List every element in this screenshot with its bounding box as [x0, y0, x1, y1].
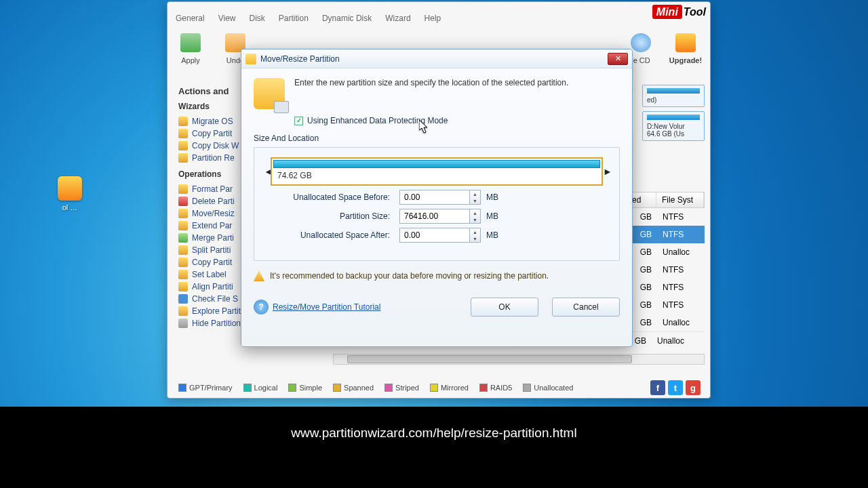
op-icon: [178, 221, 188, 230]
delete-icon: [178, 197, 188, 206]
desktop-shortcut-label: ol …: [53, 203, 87, 211]
caption-bar: www.partitionwizard.com/help/resize-part…: [0, 407, 868, 488]
partition-size-label: Partition Size:: [264, 211, 399, 221]
legend-item: Simple: [288, 384, 322, 392]
op-icon: [178, 245, 188, 255]
disk-card[interactable]: ed): [642, 85, 705, 107]
size-location-label: Size And Location: [254, 134, 620, 143]
legend-item: Spanned: [333, 384, 374, 392]
close-button[interactable]: ✕: [608, 53, 628, 65]
legend: GPT/PrimaryLogicalSimpleSpannedStripedMi…: [178, 380, 701, 395]
menu-partition[interactable]: Partition: [273, 12, 314, 26]
enhanced-mode-checkbox[interactable]: ✓ Using Enhanced Data Protecting Mode: [294, 116, 620, 125]
partition-size-input[interactable]: [399, 209, 470, 224]
menu-wizard[interactable]: Wizard: [380, 12, 416, 26]
partition-bar[interactable]: 74.62 GB: [271, 157, 603, 186]
size-location-group: ◄ 74.62 GB ► Unallocated Space Before: ▲…: [254, 147, 620, 261]
brand-logo: MiniTool: [652, 6, 706, 18]
wizard-icon: [178, 141, 188, 150]
app-icon: [58, 176, 82, 201]
op-icon: [178, 209, 188, 218]
partition-large-icon: [254, 78, 285, 109]
desktop-shortcut[interactable]: ol …: [53, 176, 87, 211]
spinner-buttons[interactable]: ▲▼: [470, 209, 481, 224]
partition-bar-label: 74.62 GB: [273, 168, 600, 183]
dialog-titlebar[interactable]: Move/Resize Partition ✕: [241, 49, 632, 68]
hide-icon: [178, 319, 188, 328]
horizontal-scrollbar[interactable]: [333, 354, 705, 365]
dialog-intro-text: Enter the new partition size and specify…: [294, 78, 568, 87]
legend-item: GPT/Primary: [178, 384, 233, 392]
scrollbar-thumb[interactable]: [347, 355, 632, 363]
legend-item: Striped: [384, 384, 419, 392]
check-icon: [180, 33, 201, 52]
space-after-label: Unallocated Space After:: [264, 230, 399, 240]
move-resize-dialog: Move/Resize Partition ✕ Enter the new pa…: [241, 49, 633, 347]
col-filesystem[interactable]: File Syst: [656, 192, 704, 207]
ok-button[interactable]: OK: [471, 298, 538, 317]
legend-item: RAID5: [479, 384, 512, 392]
wizard-icon: [178, 117, 188, 126]
partition-icon: [245, 54, 256, 64]
op-icon: [178, 258, 188, 267]
googleplus-icon[interactable]: g: [686, 380, 701, 395]
space-before-label: Unallocated Space Before:: [264, 192, 399, 202]
menu-help[interactable]: Help: [419, 12, 447, 26]
op-icon: [178, 184, 188, 194]
menu-dynamic-disk[interactable]: Dynamic Disk: [317, 12, 377, 26]
tutorial-link-wrap: ? Resize/Move Partition Tutorial: [254, 300, 380, 314]
upgrade-button[interactable]: Upgrade!: [667, 32, 705, 64]
resize-handle-right[interactable]: ►: [603, 166, 610, 177]
legend-item: Logical: [243, 384, 278, 392]
legend-item: Unallocated: [523, 384, 573, 392]
space-after-input[interactable]: [399, 228, 470, 243]
apply-button[interactable]: Apply: [172, 32, 210, 79]
op-icon: [178, 282, 188, 291]
cancel-button[interactable]: Cancel: [552, 298, 620, 317]
resize-handle-left[interactable]: ◄: [264, 166, 271, 177]
help-icon: ?: [254, 300, 269, 314]
merge-icon: [178, 233, 188, 243]
disk-card[interactable]: D:New Volur64.6 GB (Us: [642, 111, 705, 141]
spinner-buttons[interactable]: ▲▼: [470, 190, 481, 205]
disk-map: ed) D:New Volur64.6 GB (Us: [642, 85, 705, 145]
menu-disk[interactable]: Disk: [244, 12, 271, 26]
space-before-input[interactable]: [399, 190, 470, 205]
op-icon: [178, 306, 188, 316]
menu-view[interactable]: View: [213, 12, 241, 26]
caption-url: www.partitionwizard.com/help/resize-part…: [291, 426, 576, 441]
partition-used-segment: [273, 160, 600, 168]
twitter-icon[interactable]: t: [668, 380, 683, 395]
warning-icon: [254, 270, 264, 281]
dialog-title: Move/Resize Partition: [260, 54, 608, 64]
legend-item: Mirrored: [430, 384, 469, 392]
spinner-buttons[interactable]: ▲▼: [470, 228, 481, 243]
menu-general[interactable]: General: [170, 12, 210, 26]
wizard-icon: [178, 129, 188, 138]
facebook-icon[interactable]: f: [650, 380, 665, 395]
backup-warning: It's recommended to backup your data bef…: [254, 270, 620, 281]
wizard-icon: [178, 153, 188, 163]
op-icon: [178, 270, 188, 279]
tutorial-link[interactable]: Resize/Move Partition Tutorial: [273, 302, 380, 312]
menu-bar: General View Disk Partition Dynamic Disk…: [170, 12, 446, 26]
social-links: f t g: [650, 380, 701, 395]
checkbox-icon: ✓: [294, 117, 303, 125]
check-icon: [178, 294, 188, 304]
